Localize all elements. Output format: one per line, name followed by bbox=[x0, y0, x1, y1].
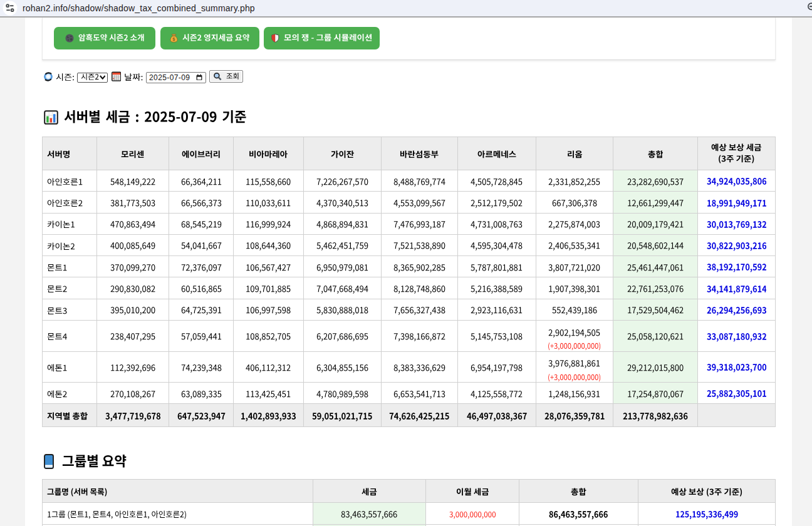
svg-text:$: $ bbox=[173, 36, 176, 42]
